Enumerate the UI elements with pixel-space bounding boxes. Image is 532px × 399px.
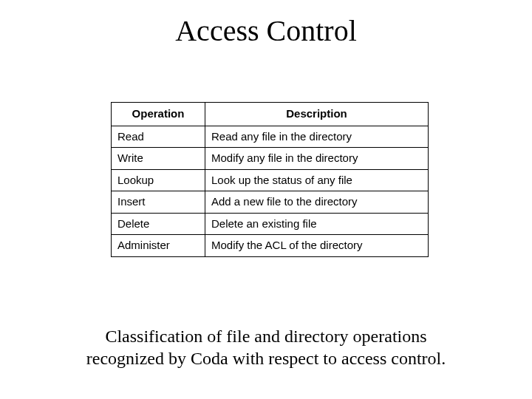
table-header-row: Operation Description: [112, 103, 429, 126]
cell-operation: Administer: [112, 235, 205, 257]
acl-table-container: Operation Description Read Read any file…: [111, 102, 429, 257]
cell-description: Delete an existing file: [205, 213, 429, 235]
acl-table: Operation Description Read Read any file…: [111, 102, 429, 257]
caption-line: Classification of file and directory ope…: [105, 327, 426, 346]
cell-description: Look up the status of any file: [205, 169, 429, 191]
cell-operation: Read: [112, 126, 205, 148]
cell-description: Modify any file in the directory: [205, 148, 429, 170]
cell-operation: Write: [112, 148, 205, 170]
table-row: Insert Add a new file to the directory: [112, 191, 429, 214]
caption: Classification of file and directory ope…: [0, 325, 532, 369]
cell-description: Modify the ACL of the directory: [205, 235, 429, 257]
col-header-operation: Operation: [112, 103, 205, 126]
table-row: Administer Modify the ACL of the directo…: [112, 235, 429, 257]
table-row: Delete Delete an existing file: [112, 213, 429, 235]
page-title: Access Control: [0, 13, 532, 48]
table-row: Lookup Look up the status of any file: [112, 169, 429, 191]
col-header-description: Description: [205, 103, 429, 126]
cell-operation: Lookup: [112, 169, 205, 191]
cell-description: Read any file in the directory: [205, 126, 429, 148]
table-row: Read Read any file in the directory: [112, 126, 429, 148]
cell-operation: Delete: [112, 213, 205, 235]
table-row: Write Modify any file in the directory: [112, 148, 429, 170]
slide: Access Control Operation Description Rea…: [0, 0, 532, 399]
caption-line: recognized by Coda with respect to acces…: [86, 349, 446, 368]
cell-operation: Insert: [112, 191, 205, 214]
cell-description: Add a new file to the directory: [205, 191, 429, 214]
